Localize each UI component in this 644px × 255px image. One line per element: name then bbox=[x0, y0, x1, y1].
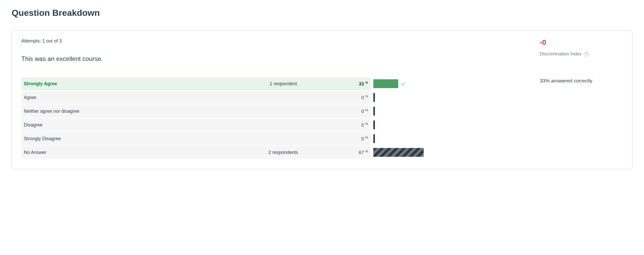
question-text: This was an excellent course. bbox=[21, 55, 529, 62]
table-row: Neither agree nor disagree0 % bbox=[21, 105, 529, 118]
respondents-link bbox=[244, 132, 323, 145]
attempts-text: Attempts: 1 out of 3 bbox=[21, 38, 529, 44]
answer-bar bbox=[373, 79, 398, 88]
question-card-right: -0 Discrimination Index ? 33% answered c… bbox=[540, 38, 623, 160]
percent-value: 0 % bbox=[323, 105, 371, 118]
page-title: Question Breakdown bbox=[12, 8, 632, 18]
bar-cell bbox=[371, 132, 530, 145]
discrimination-index-label-text: Discrimination Index bbox=[540, 51, 582, 57]
respondents-link bbox=[244, 118, 323, 131]
table-row: No Answer2 respondents67 % bbox=[21, 146, 529, 159]
answered-correctly-text: 33% answered correctly bbox=[540, 78, 623, 84]
answer-label: Strongly Disagree bbox=[21, 132, 244, 145]
answer-label: Neither agree nor disagree bbox=[21, 105, 244, 118]
discrimination-index-label: Discrimination Index ? bbox=[540, 51, 623, 57]
bar-cell bbox=[371, 146, 530, 159]
answer-label: No Answer bbox=[21, 146, 244, 159]
table-row: Strongly Agree1 respondent33 % bbox=[21, 77, 529, 90]
respondents-link[interactable]: 2 respondents bbox=[244, 146, 323, 159]
percent-value: 0 % bbox=[323, 91, 371, 104]
table-row: Agree0 % bbox=[21, 91, 529, 104]
discrimination-index-value: -0 bbox=[540, 38, 623, 47]
question-card-left: Attempts: 1 out of 3 This was an excelle… bbox=[21, 38, 529, 160]
percent-value: 0 % bbox=[323, 118, 371, 131]
answer-bar bbox=[373, 107, 375, 116]
table-row: Strongly Disagree0 % bbox=[21, 132, 529, 145]
answer-bar bbox=[373, 134, 375, 143]
respondents-link bbox=[244, 105, 323, 118]
respondents-link bbox=[244, 91, 323, 104]
answer-bar bbox=[373, 148, 424, 157]
percent-value: 67 % bbox=[323, 146, 371, 159]
respondents-link[interactable]: 1 respondent bbox=[244, 77, 323, 90]
help-icon[interactable]: ? bbox=[584, 52, 589, 56]
answer-bar bbox=[373, 93, 375, 102]
percent-value: 33 % bbox=[323, 77, 371, 90]
bar-cell bbox=[371, 105, 530, 118]
bar-cell bbox=[371, 77, 530, 90]
bar-cell bbox=[371, 91, 530, 104]
answer-label: Disagree bbox=[21, 118, 244, 131]
table-row: Disagree0 % bbox=[21, 118, 529, 131]
answer-label: Strongly Agree bbox=[21, 77, 244, 90]
question-card: Attempts: 1 out of 3 This was an excelle… bbox=[12, 30, 632, 169]
answer-label: Agree bbox=[21, 91, 244, 104]
answers-table: Strongly Agree1 respondent33 %Agree0 %Ne… bbox=[21, 76, 529, 160]
checkmark-icon bbox=[401, 81, 406, 86]
bar-cell bbox=[371, 118, 530, 131]
answer-bar bbox=[373, 121, 375, 129]
percent-value: 0 % bbox=[323, 132, 371, 145]
